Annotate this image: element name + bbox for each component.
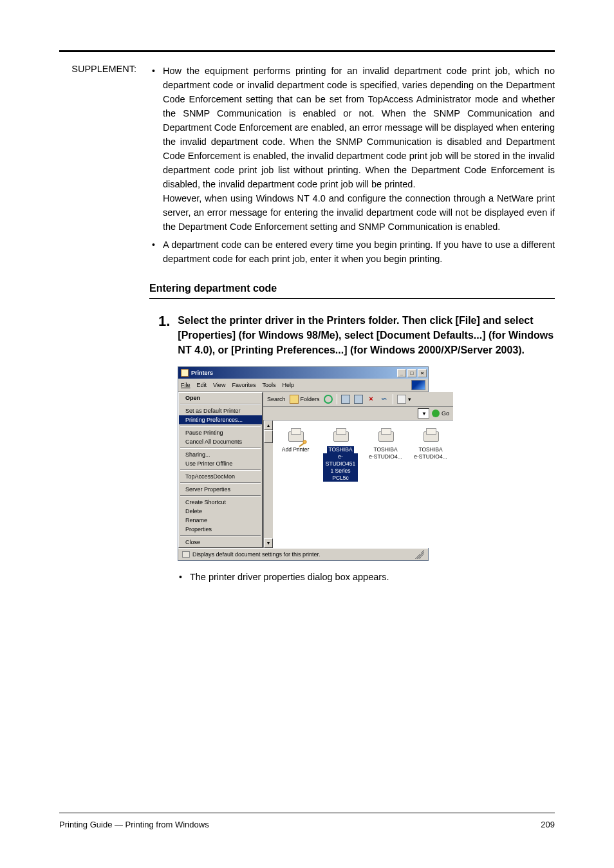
delete-icon: × — [367, 395, 376, 404]
printer-label: TOSHIBA e-STUDIO4... — [368, 446, 403, 460]
section-title: Entering department code — [149, 283, 555, 294]
page-footer: Printing Guide — Printing from Windows 2… — [59, 813, 555, 829]
folders-icon — [290, 395, 299, 404]
address-bar: ▼ Go — [263, 407, 453, 420]
menu-pause-printing[interactable]: Pause Printing — [179, 428, 262, 437]
maximize-button[interactable]: □ — [407, 369, 416, 377]
dropdown-arrow-icon: ▼ — [420, 411, 429, 417]
menu-file[interactable]: File — [181, 382, 191, 388]
menu-separator — [180, 482, 261, 484]
top-rule — [59, 50, 555, 52]
toolbar-history[interactable] — [324, 395, 333, 404]
bullet-1-para-1: How the equipment performs printing for … — [163, 64, 555, 191]
printer-item[interactable]: TOSHIBA e-STUDIO4... — [368, 427, 403, 460]
step-text: Select the printer driver in the Printer… — [178, 313, 555, 357]
step-1: 1. Select the printer driver in the Prin… — [149, 313, 555, 357]
bullet-1: • How the equipment performs printing fo… — [149, 64, 555, 234]
add-printer-item[interactable]: Add Printer — [278, 427, 313, 453]
toolbar-copyto[interactable] — [354, 395, 363, 404]
bullet-2: • A department code can be entered every… — [149, 238, 555, 266]
supplement-label: SUPPLEMENT: — [59, 64, 136, 584]
toolbar-moveto[interactable] — [341, 395, 350, 404]
printer-item-selected[interactable]: TOSHIBA e-STUDIO451 1 Series PCL5c — [323, 427, 358, 482]
toolbar-folders[interactable]: Folders — [290, 395, 320, 404]
footer-rule — [59, 813, 555, 813]
screenshot-container: Printers _ □ × File Edit View Favorites … — [149, 366, 555, 561]
resize-grip-icon[interactable] — [415, 550, 424, 559]
address-dropdown[interactable]: ▼ — [418, 408, 429, 419]
result-text: The printer driver properties dialog box… — [190, 570, 389, 584]
printer-label: Add Printer — [278, 446, 313, 453]
menu-use-offline[interactable]: Use Printer Offline — [179, 459, 262, 468]
menu-server-properties[interactable]: Server Properties — [179, 485, 262, 494]
menu-topaccessdocmon[interactable]: TopAccessDocMon — [179, 472, 262, 481]
menu-tools[interactable]: Tools — [262, 382, 275, 388]
file-dropdown-menu: Open Set as Default Printer Printing Pre… — [178, 392, 263, 548]
section-rule — [149, 298, 555, 299]
toolbar-views[interactable]: ▾ — [397, 395, 411, 404]
toolbar-undo[interactable]: ∽ — [380, 395, 389, 404]
menu-open[interactable]: Open — [179, 393, 262, 402]
scrollbar-left[interactable]: ▴ ▾ — [263, 420, 273, 548]
menu-properties[interactable]: Properties — [179, 525, 262, 534]
status-text: Displays default document settings for t… — [192, 551, 321, 558]
footer-page-number: 209 — [541, 820, 555, 829]
menu-help[interactable]: Help — [282, 382, 294, 388]
menu-bar: File Edit View Favorites Tools Help — [178, 379, 428, 392]
moveto-icon — [341, 395, 350, 404]
bullet-dot-icon: • — [179, 570, 182, 584]
toolbar-search[interactable]: Search — [267, 396, 286, 402]
main-content: SUPPLEMENT: • How the equipment performs… — [59, 64, 555, 584]
go-icon — [432, 410, 440, 417]
add-printer-icon — [286, 427, 304, 444]
step-number: 1. — [158, 313, 170, 357]
printer-icon — [331, 427, 349, 444]
scroll-up-button[interactable]: ▴ — [264, 420, 273, 430]
menu-separator — [180, 469, 261, 471]
footer-left: Printing Guide — Printing from Windows — [59, 820, 209, 829]
menu-cancel-all[interactable]: Cancel All Documents — [179, 437, 262, 446]
scroll-thumb[interactable] — [264, 430, 273, 443]
status-printer-icon — [182, 551, 190, 558]
window-titlebar[interactable]: Printers _ □ × — [178, 367, 428, 379]
printer-icons-area: Add Printer TOSHIBA e-STUDIO451 1 Series… — [273, 420, 453, 548]
bullet-dot-icon: • — [149, 64, 155, 234]
result-bullet: • The printer driver properties dialog b… — [149, 570, 555, 584]
menu-sharing[interactable]: Sharing... — [179, 450, 262, 459]
menu-separator — [180, 404, 261, 405]
menu-printing-preferences[interactable]: Printing Preferences... — [179, 415, 262, 424]
history-icon — [324, 395, 333, 404]
views-icon — [397, 395, 406, 404]
printer-label: TOSHIBA e-STUDIO4... — [413, 446, 448, 460]
printer-icon — [422, 427, 440, 444]
bullet-dot-icon: • — [149, 238, 155, 266]
menu-favorites[interactable]: Favorites — [232, 382, 256, 388]
toolbar-delete[interactable]: × — [367, 395, 376, 404]
menu-rename[interactable]: Rename — [179, 516, 262, 525]
menu-separator — [180, 448, 261, 449]
menu-close[interactable]: Close — [179, 538, 262, 547]
menu-create-shortcut[interactable]: Create Shortcut — [179, 498, 262, 507]
printer-icon — [377, 427, 395, 444]
menu-separator — [180, 426, 261, 427]
toolbar-separator — [337, 394, 337, 404]
menu-separator — [180, 495, 261, 496]
menu-set-default[interactable]: Set as Default Printer — [179, 406, 262, 415]
menu-edit[interactable]: Edit — [197, 382, 207, 388]
menu-separator — [180, 535, 261, 536]
printers-icon — [181, 369, 189, 377]
window-title: Printers — [191, 370, 213, 376]
windows-logo-icon — [411, 380, 425, 390]
printer-item[interactable]: TOSHIBA e-STUDIO4... — [413, 427, 448, 460]
menu-view[interactable]: View — [213, 382, 225, 388]
go-button[interactable]: Go — [432, 410, 449, 417]
bullet-2-text: A department code can be entered every t… — [163, 238, 555, 266]
scroll-down-button[interactable]: ▾ — [264, 538, 273, 548]
menu-delete[interactable]: Delete — [179, 507, 262, 516]
minimize-button[interactable]: _ — [397, 369, 406, 377]
close-button[interactable]: × — [418, 369, 427, 377]
status-bar: Displays default document settings for t… — [178, 548, 428, 560]
toolbar-separator — [393, 394, 393, 404]
body-column: • How the equipment performs printing fo… — [149, 64, 555, 584]
bullet-1-para-2: However, when using Windows NT 4.0 and c… — [163, 191, 555, 234]
